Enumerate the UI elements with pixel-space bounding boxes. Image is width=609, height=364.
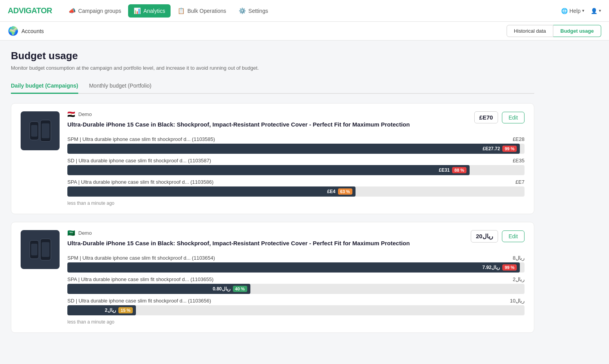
budget-usage-button[interactable]: Budget usage (553, 25, 601, 37)
ad-group-label: SD | Ultra durable iphone case slim fit … (67, 158, 211, 164)
ad-group-label: SPM | Ultra durable iphone case slim fit… (67, 255, 215, 261)
ad-group-label: SPM | Ultra durable iphone case slim fit… (67, 136, 215, 142)
progress-badge: 88 % (452, 167, 466, 173)
progress-fill: £E27.7299 % (67, 144, 520, 154)
progress-fill-value: £E4 (327, 189, 335, 194)
logo: ADVIGATOR (8, 6, 52, 15)
progress-fill: 0.80ريال40 % (67, 284, 250, 294)
progress-label-row: SD | Ultra durable iphone case slim fit … (67, 298, 525, 304)
campaigns-list: 🇪🇬 Demo Ultra-Durable iPhone 15 Case in … (11, 103, 534, 333)
nav-settings-label: Settings (248, 8, 268, 14)
logo-suffix: IGATOR (24, 6, 52, 15)
nav-analytics-label: Analytics (143, 8, 165, 14)
ad-group-label: SD | Ultra durable iphone case slim fit … (67, 298, 211, 304)
progress-fill-value: 2ريال (105, 308, 116, 313)
help-button[interactable]: 🌐 Help ▾ (561, 8, 584, 14)
last-updated: less than a minute ago (67, 200, 525, 206)
progress-track: 2ريال15 % (67, 305, 525, 315)
settings-icon: ⚙️ (239, 7, 246, 14)
progress-fill-value: £E31 (439, 167, 450, 173)
campaign-card-1: 🇪🇬 Demo Ultra-Durable iPhone 15 Case in … (11, 103, 534, 214)
bulk-operations-icon: 📋 (178, 7, 185, 14)
product-image (21, 230, 60, 269)
nav-right: 🌐 Help ▾ 👤 ▾ (561, 8, 601, 14)
breadcrumb[interactable]: 🌍 Accounts (8, 26, 44, 36)
ad-group-budget: £E28 (513, 136, 525, 142)
ad-group-label: SPA | Ultra durable iphone case slim fit… (67, 276, 213, 282)
progress-track: £E463 % (67, 186, 525, 197)
phone-back (30, 240, 39, 259)
historical-data-button[interactable]: Historical data (507, 25, 553, 37)
progress-badge: 99 % (502, 146, 517, 152)
ad-group-row-1: SPM | Ultra durable iphone case slim fit… (67, 136, 525, 154)
nav-bulk-operations[interactable]: 📋 Bulk Operations (172, 4, 232, 18)
demo-label: Demo (78, 230, 92, 236)
ad-group-row-1: SPM | Ultra durable iphone case slim fit… (67, 255, 525, 273)
campaign-details: 🇪🇬 Demo Ultra-Durable iPhone 15 Case in … (67, 111, 525, 206)
nav-settings[interactable]: ⚙️ Settings (233, 4, 274, 18)
country-flag: 🇸🇦 (67, 230, 75, 236)
progress-label-row: SD | Ultra durable iphone case slim fit … (67, 158, 525, 164)
ad-group-row-2: SPA | Ultra durable iphone case slim fit… (67, 276, 525, 294)
progress-badge: 63 % (338, 188, 352, 195)
ad-group-row-2: SD | Ultra durable iphone case slim fit … (67, 158, 525, 175)
nav-analytics[interactable]: 📊 Analytics (128, 4, 171, 18)
campaign-title: Ultra-Durable iPhone 15 Case in Black: S… (67, 120, 410, 128)
progress-fill-value: £E27.72 (482, 146, 500, 151)
phone-front (40, 239, 51, 260)
budget-right: £E70Edit (474, 111, 525, 123)
ad-group-row-3: SPA | Ultra durable iphone case slim fit… (67, 179, 525, 197)
ad-group-budget: £E7 (516, 179, 525, 185)
sub-nav: 🌍 Accounts Historical data Budget usage (0, 22, 609, 40)
progress-badge: 99 % (502, 264, 517, 271)
tabs: Daily budget (Campaigns) Monthly budget … (11, 79, 534, 94)
ad-group-budget: 8ريال (513, 255, 525, 261)
campaign-details: 🇸🇦 Demo Ultra-Durable iPhone 15 Case in … (67, 230, 525, 325)
progress-section: SPM | Ultra durable iphone case slim fit… (67, 255, 525, 315)
user-button[interactable]: 👤 ▾ (591, 8, 601, 14)
phone-front (40, 120, 51, 142)
last-updated: less than a minute ago (67, 319, 525, 325)
analytics-icon: 📊 (134, 7, 141, 14)
nav-bulk-operations-label: Bulk Operations (187, 8, 226, 14)
user-icon: 👤 (591, 8, 597, 14)
progress-fill: 2ريال15 % (67, 305, 136, 315)
progress-track: 7.92ريال99 % (67, 262, 525, 273)
campaign-groups-icon: 📣 (69, 7, 76, 14)
progress-section: SPM | Ultra durable iphone case slim fit… (67, 136, 525, 197)
phone-back (30, 121, 39, 140)
sub-nav-buttons: Historical data Budget usage (507, 25, 601, 37)
main-content: Budget usage Monitor budget consumption … (0, 40, 545, 350)
ad-group-budget: 10ريال (510, 298, 525, 304)
campaign-left: 🇪🇬 Demo Ultra-Durable iPhone 15 Case in … (67, 111, 410, 135)
budget-right: 20ريالEdit (471, 230, 525, 243)
country-flag: 🇪🇬 (67, 112, 75, 117)
globe-icon: 🌍 (8, 26, 18, 36)
campaign-header: 🇪🇬 Demo Ultra-Durable iPhone 15 Case in … (67, 111, 525, 135)
tab-daily-budget[interactable]: Daily budget (Campaigns) (11, 79, 78, 94)
phone-visual (30, 120, 51, 142)
campaign-card-2: 🇸🇦 Demo Ultra-Durable iPhone 15 Case in … (11, 222, 534, 333)
ad-group-budget: £E35 (513, 158, 525, 164)
edit-button[interactable]: Edit (502, 230, 525, 242)
edit-button[interactable]: Edit (502, 112, 525, 123)
tab-monthly-budget[interactable]: Monthly budget (Portfolio) (89, 79, 151, 94)
progress-badge: 15 % (118, 307, 133, 313)
progress-fill-value: 0.80ريال (213, 286, 230, 292)
help-globe-icon: 🌐 (561, 8, 568, 14)
progress-label-row: SPM | Ultra durable iphone case slim fit… (67, 255, 525, 261)
user-chevron-icon: ▾ (599, 8, 601, 13)
ad-group-budget: 2ريال (513, 276, 525, 282)
campaign-left: 🇸🇦 Demo Ultra-Durable iPhone 15 Case in … (67, 230, 410, 253)
accounts-label: Accounts (21, 28, 44, 34)
nav-campaign-groups[interactable]: 📣 Campaign groups (63, 4, 127, 18)
progress-fill: 7.92ريال99 % (67, 262, 520, 273)
top-nav: ADVIGATOR 📣 Campaign groups 📊 Analytics … (0, 0, 609, 22)
progress-fill: £E3188 % (67, 165, 470, 175)
ad-group-row-3: SD | Ultra durable iphone case slim fit … (67, 298, 525, 315)
campaign-budget-amount: £E70 (474, 111, 498, 123)
progress-track: 0.80ريال40 % (67, 284, 525, 294)
progress-fill: £E463 % (67, 186, 356, 197)
progress-track: £E27.7299 % (67, 144, 525, 154)
progress-label-row: SPA | Ultra durable iphone case slim fit… (67, 276, 525, 282)
